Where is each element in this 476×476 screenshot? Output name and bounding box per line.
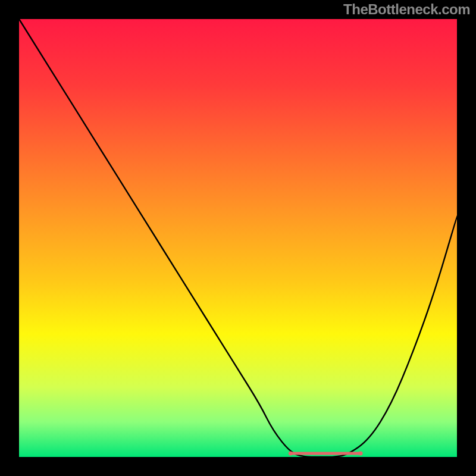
optimal-range-start-dot <box>289 452 293 456</box>
optimal-range-end-dot <box>359 452 363 456</box>
chart-background-gradient <box>19 19 457 457</box>
chart-svg <box>0 0 476 476</box>
watermark-text: TheBottleneck.com <box>343 1 470 18</box>
chart-container: TheBottleneck.com <box>0 0 476 476</box>
